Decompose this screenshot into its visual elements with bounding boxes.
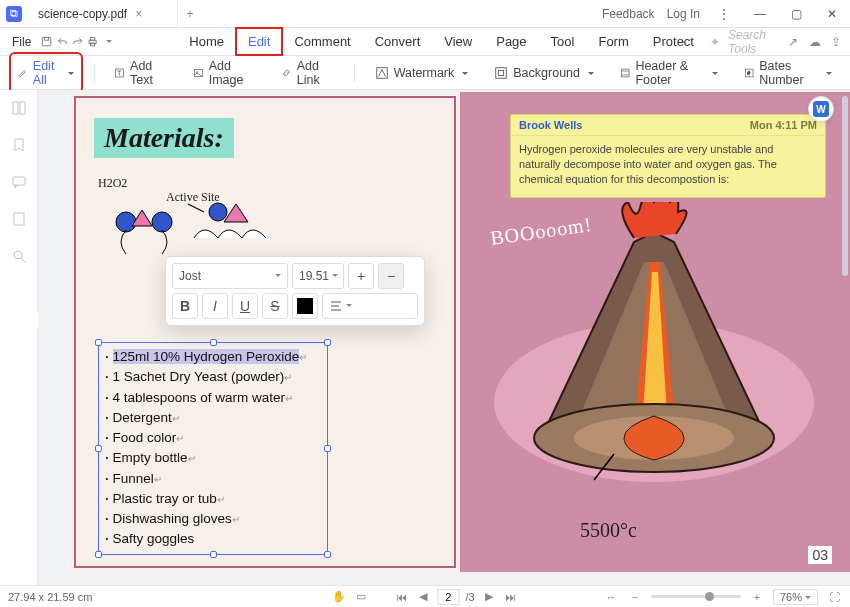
zoom-slider[interactable]	[651, 595, 741, 598]
maximize-icon[interactable]: ▢	[784, 3, 808, 25]
tab-tool[interactable]: Tool	[539, 28, 587, 55]
list-item[interactable]: Plastic tray or tub↵	[105, 489, 321, 509]
convert-word-icon[interactable]: W	[808, 96, 834, 122]
strike-button[interactable]: S	[262, 293, 288, 319]
hand-tool-icon[interactable]: ✋	[331, 589, 347, 605]
tab-convert[interactable]: Convert	[363, 28, 433, 55]
bates-number-button[interactable]: #Bates Number	[738, 55, 838, 91]
print-icon[interactable]	[87, 33, 98, 51]
tab-form[interactable]: Form	[586, 28, 640, 55]
font-color-button[interactable]	[292, 293, 318, 319]
fit-width-icon[interactable]: ↔	[603, 589, 619, 605]
title-bar: ⧉ science-copy.pdf × + Feedback Log In ⋮…	[0, 0, 850, 28]
list-item[interactable]: 1 Sachet Dry Yeast (powder)↵	[105, 367, 321, 387]
thumbnails-icon[interactable]	[11, 100, 27, 119]
list-item[interactable]: 125ml 10% Hydrogen Peroxide↵	[105, 347, 321, 367]
select-tool-icon[interactable]: ▭	[353, 589, 369, 605]
add-tab-button[interactable]: +	[178, 0, 202, 27]
svg-rect-17	[20, 102, 25, 114]
list-item[interactable]: Food color↵	[105, 428, 321, 448]
add-image-button[interactable]: Add Image	[187, 55, 261, 91]
search-panel-icon[interactable]	[11, 248, 27, 267]
page-dimensions: 27.94 x 21.59 cm	[8, 591, 92, 603]
list-item[interactable]: Funnel↵	[105, 469, 321, 489]
add-text-button[interactable]: Add Text	[108, 55, 173, 91]
page-current-input[interactable]	[437, 589, 459, 605]
materials-list[interactable]: 125ml 10% Hydrogen Peroxide↵ 1 Sachet Dr…	[105, 347, 321, 550]
tab-protect[interactable]: Protect	[641, 28, 706, 55]
save-icon[interactable]	[41, 33, 52, 51]
search-tools-input[interactable]: Search Tools	[728, 28, 780, 56]
text-format-popup[interactable]: Jost 19.51 + − B I U S	[165, 256, 425, 326]
redo-icon[interactable]	[72, 33, 83, 51]
svg-rect-3	[90, 37, 94, 40]
italic-button[interactable]: I	[202, 293, 228, 319]
last-page-icon[interactable]: ⏭	[503, 589, 519, 605]
page-total: /3	[465, 591, 474, 603]
tab-edit[interactable]: Edit	[236, 28, 282, 55]
next-page-icon[interactable]: ▶	[481, 589, 497, 605]
tab-page[interactable]: Page	[484, 28, 538, 55]
share-icon[interactable]: ⇪	[831, 35, 844, 49]
comment-panel-icon[interactable]	[11, 174, 27, 193]
attachment-icon[interactable]	[11, 211, 27, 230]
decrease-size-button[interactable]: −	[378, 263, 404, 289]
svg-rect-4	[90, 43, 94, 46]
list-item[interactable]: Safty goggles	[105, 529, 321, 549]
bookmark-icon[interactable]	[11, 137, 27, 156]
note-time: Mon 4:11 PM	[750, 119, 817, 131]
zoom-in-icon[interactable]: +	[749, 589, 765, 605]
underline-button[interactable]: U	[232, 293, 258, 319]
prev-page-icon[interactable]: ◀	[415, 589, 431, 605]
svg-rect-10	[499, 70, 504, 75]
materials-textbox[interactable]: 125ml 10% Hydrogen Peroxide↵ 1 Sachet Dr…	[98, 342, 328, 555]
left-sidebar: ▸	[0, 90, 38, 585]
file-menu[interactable]: File	[6, 31, 37, 53]
add-link-button[interactable]: Add Link	[275, 55, 340, 91]
font-size-select[interactable]: 19.51	[292, 263, 344, 289]
background-button[interactable]: Background	[488, 62, 600, 84]
tab-view[interactable]: View	[432, 28, 484, 55]
edit-toolbar: Edit All Add Text Add Image Add Link Wat…	[0, 56, 850, 90]
magic-icon[interactable]: ✦	[710, 35, 720, 49]
svg-point-23	[152, 212, 172, 232]
app-icon: ⧉	[0, 0, 28, 27]
kebab-icon[interactable]: ⋮	[712, 3, 736, 25]
quick-dropdown[interactable]	[102, 33, 113, 51]
close-window-icon[interactable]: ✕	[820, 3, 844, 25]
svg-rect-19	[14, 213, 24, 225]
bold-button[interactable]: B	[172, 293, 198, 319]
fullscreen-icon[interactable]: ⛶	[826, 589, 842, 605]
close-tab-icon[interactable]: ×	[135, 7, 142, 21]
login-link[interactable]: Log In	[667, 7, 700, 21]
status-bar: 27.94 x 21.59 cm ✋ ▭ ⏮ ◀ /3 ▶ ⏭ ↔ − + 76…	[0, 585, 850, 607]
cloud-icon[interactable]: ☁	[809, 35, 822, 49]
feedback-link[interactable]: Feedback	[602, 7, 655, 21]
header-footer-button[interactable]: Header & Footer	[614, 55, 724, 91]
list-item[interactable]: Detergent↵	[105, 408, 321, 428]
sticky-note[interactable]: Brook Wells Mon 4:11 PM Hydrogen peroxid…	[510, 114, 826, 198]
tab-comment[interactable]: Comment	[282, 28, 362, 55]
font-family-select[interactable]: Jost	[172, 263, 288, 289]
edit-all-button[interactable]: Edit All	[12, 55, 80, 91]
edit-all-label: Edit All	[33, 59, 60, 87]
zoom-out-icon[interactable]: −	[627, 589, 643, 605]
svg-point-20	[14, 251, 22, 259]
increase-size-button[interactable]: +	[348, 263, 374, 289]
first-page-icon[interactable]: ⏮	[393, 589, 409, 605]
watermark-button[interactable]: Watermark	[369, 62, 475, 84]
document-tab[interactable]: science-copy.pdf ×	[28, 0, 178, 27]
list-item[interactable]: Empty bottle↵	[105, 448, 321, 468]
undo-icon[interactable]	[57, 33, 68, 51]
list-item[interactable]: Dishwashing gloves↵	[105, 509, 321, 529]
svg-rect-18	[13, 177, 25, 185]
vertical-scrollbar[interactable]	[842, 96, 848, 276]
minimize-icon[interactable]: —	[748, 3, 772, 25]
menu-bar: File Home Edit Comment Convert View Page…	[0, 28, 850, 56]
page-left: Materials: H2O2 Active Site	[70, 92, 460, 572]
tab-home[interactable]: Home	[177, 28, 236, 55]
list-item[interactable]: 4 tablespoons of warm water↵	[105, 388, 321, 408]
svg-point-22	[116, 212, 136, 232]
text-align-select[interactable]	[322, 293, 418, 319]
open-external-icon[interactable]: ↗	[788, 35, 801, 49]
